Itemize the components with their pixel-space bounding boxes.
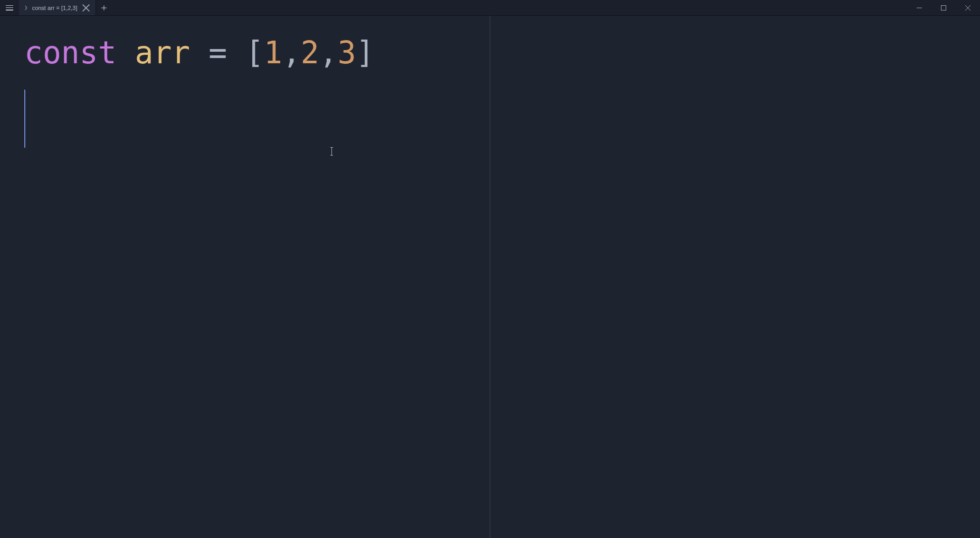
token-number: 3 [338,35,356,71]
svg-rect-0 [941,6,946,11]
token-keyword: const [24,35,117,71]
mouse-text-cursor-icon [331,147,332,156]
minimize-icon [917,5,922,11]
minimize-button[interactable] [907,0,931,16]
menu-button[interactable] [0,0,19,15]
plus-icon [101,5,107,11]
token-number: 1 [264,35,282,71]
token-space [117,35,135,71]
close-window-button[interactable] [956,0,980,16]
close-icon [965,5,971,11]
token-left-bracket: [ [245,35,264,71]
editor-cursor [24,90,25,148]
maximize-button[interactable] [931,0,956,16]
token-identifier: arr [135,35,191,71]
tab-title: const arr = [1,2,3] [32,5,78,11]
token-equals: = [208,35,227,71]
token-space [190,35,208,71]
token-comma: , [282,35,301,71]
titlebar: ❯ const arr = [1,2,3] [0,0,980,16]
editor-pane-right[interactable] [490,16,980,538]
editor-split: const arr = [1,2,3] [0,16,980,538]
close-icon [82,4,90,12]
tab-close-button[interactable] [82,4,90,12]
new-tab-button[interactable] [96,0,112,15]
gutter [0,16,5,538]
editor-pane-left[interactable]: const arr = [1,2,3] [0,16,490,538]
token-comma: , [319,35,338,71]
tab-active[interactable]: ❯ const arr = [1,2,3] [19,0,96,15]
token-number: 2 [301,35,319,71]
token-right-bracket: ] [356,35,375,71]
window-controls [907,0,980,15]
code-line-1[interactable]: const arr = [1,2,3] [24,35,490,72]
tab-prompt-icon: ❯ [24,4,28,11]
hamburger-icon [6,5,13,11]
app-window: ❯ const arr = [1,2,3] const arr = [1,2,3… [0,0,980,538]
maximize-icon [941,5,946,11]
token-space [227,35,245,71]
